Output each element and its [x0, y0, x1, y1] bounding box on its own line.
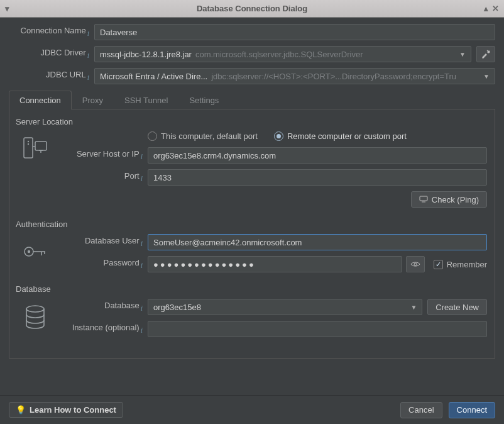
- jdbc-driver-label: JDBC Driveri: [9, 48, 94, 60]
- jdbc-driver-combo[interactable]: mssql-jdbc-12.8.1.jre8.jar com.microsoft…: [94, 46, 471, 62]
- configure-driver-button[interactable]: [476, 46, 495, 62]
- svg-point-15: [26, 306, 44, 312]
- jdbc-url-template: jdbc:sqlserver://<HOST>:<PORT>...Directo…: [211, 72, 483, 81]
- connect-button[interactable]: Connect: [449, 402, 495, 418]
- check-ping-button[interactable]: Check (Ping): [411, 191, 487, 208]
- database-user-input[interactable]: SomeUser@acmeinc42.onmicrosoft.com: [148, 234, 487, 250]
- server-icon: [17, 131, 53, 213]
- jdbc-url-value: Microsoft Entra / Active Dire...: [100, 72, 207, 81]
- app-menu-icon[interactable]: ▾: [5, 4, 9, 13]
- chevron-down-icon: ▼: [459, 51, 466, 58]
- password-label: Passwordi: [53, 258, 148, 271]
- instance-input[interactable]: [148, 321, 487, 337]
- connection-name-value: Dataverse: [100, 28, 137, 37]
- chevron-down-icon: ▼: [483, 73, 490, 80]
- jdbc-url-combo[interactable]: Microsoft Entra / Active Dire... jdbc:sq…: [94, 68, 495, 84]
- svg-point-14: [414, 263, 417, 265]
- radio-remote-computer[interactable]: [274, 131, 283, 141]
- database-section-title: Database: [16, 284, 487, 294]
- tab-bar: Connection Proxy SSH Tunnel Settings: [9, 90, 495, 109]
- database-icon: [17, 299, 53, 343]
- cancel-button[interactable]: Cancel: [400, 402, 442, 418]
- eye-icon: [410, 260, 420, 268]
- info-icon[interactable]: i: [141, 174, 143, 183]
- database-user-value: SomeUser@acmeinc42.onmicrosoft.com: [153, 238, 302, 247]
- password-input[interactable]: ●●●●●●●●●●●●●●●: [148, 256, 402, 272]
- svg-point-1: [28, 141, 29, 142]
- close-icon[interactable]: ✕: [492, 4, 499, 13]
- server-host-input[interactable]: org63ec15e8.crm4.dynamics.com: [148, 147, 487, 164]
- port-input[interactable]: 1433: [148, 169, 487, 186]
- key-icon: [17, 234, 53, 278]
- info-icon[interactable]: i: [141, 261, 143, 270]
- window-title: Database Connection Dialog: [197, 4, 307, 13]
- connection-name-input[interactable]: Dataverse: [94, 24, 495, 40]
- database-value: org63ec15e8: [153, 303, 201, 312]
- create-new-label: Create New: [436, 303, 479, 312]
- tab-proxy[interactable]: Proxy: [72, 91, 114, 109]
- ping-icon: [419, 196, 428, 203]
- tab-ssh-tunnel[interactable]: SSH Tunnel: [114, 91, 178, 109]
- window-titlebar: ▾ Database Connection Dialog ▴ ✕: [0, 0, 504, 18]
- svg-rect-3: [35, 142, 47, 150]
- check-ping-label: Check (Ping): [432, 195, 479, 204]
- instance-label: Instance (optional)i: [53, 323, 148, 335]
- authentication-section-title: Authentication: [16, 220, 487, 229]
- learn-label: Learn How to Connect: [30, 405, 116, 415]
- database-label: Databasei: [53, 301, 148, 313]
- info-icon[interactable]: i: [87, 29, 89, 38]
- dialog-footer: 💡 Learn How to Connect Cancel Connect: [0, 395, 504, 424]
- tab-connection[interactable]: Connection: [9, 91, 72, 109]
- server-location-section-title: Server Location: [16, 117, 487, 126]
- jdbc-driver-value: mssql-jdbc-12.8.1.jre8.jar: [100, 50, 192, 59]
- server-host-value: org63ec15e8.crm4.dynamics.com: [153, 151, 276, 160]
- remember-checkbox[interactable]: [434, 260, 443, 269]
- port-label: Porti: [53, 171, 148, 184]
- wrench-icon: [481, 49, 491, 59]
- info-icon[interactable]: i: [141, 304, 143, 313]
- tab-settings[interactable]: Settings: [178, 91, 229, 109]
- svg-rect-7: [420, 196, 427, 201]
- radio-this-computer[interactable]: [148, 131, 157, 141]
- connect-label: Connect: [457, 405, 487, 415]
- info-icon[interactable]: i: [141, 152, 143, 161]
- maximize-icon[interactable]: ▴: [484, 4, 488, 13]
- reveal-password-button[interactable]: [406, 256, 425, 272]
- titlebar-right-controls: ▴ ✕: [479, 0, 504, 17]
- titlebar-left-controls: ▾: [0, 0, 14, 17]
- info-icon[interactable]: i: [87, 73, 89, 82]
- lightbulb-icon: 💡: [16, 405, 26, 415]
- cancel-label: Cancel: [408, 405, 434, 415]
- server-host-label: Server Host or IPi: [53, 149, 148, 162]
- radio-remote-computer-label: Remote computer or custom port: [287, 131, 407, 141]
- database-combo[interactable]: org63ec15e8 ▼: [148, 299, 422, 315]
- info-icon[interactable]: i: [141, 239, 143, 248]
- database-user-label: Database Useri: [53, 236, 148, 248]
- port-value: 1433: [153, 173, 172, 182]
- learn-how-to-connect-button[interactable]: 💡 Learn How to Connect: [9, 402, 123, 418]
- info-icon[interactable]: i: [87, 51, 89, 60]
- connection-panel: Server Location This computer, default p…: [9, 109, 495, 359]
- info-icon[interactable]: i: [141, 326, 143, 335]
- remember-label: Remember: [447, 260, 487, 269]
- password-mask: ●●●●●●●●●●●●●●●: [153, 260, 256, 269]
- jdbc-url-label: JDBC URLi: [9, 70, 94, 82]
- svg-point-2: [28, 143, 29, 145]
- create-new-button[interactable]: Create New: [427, 299, 487, 315]
- radio-this-computer-label: This computer, default port: [161, 131, 258, 141]
- jdbc-driver-class: com.microsoft.sqlserver.jdbc.SQLServerDr…: [195, 50, 459, 59]
- svg-point-10: [28, 250, 30, 253]
- connection-name-label: Connection Namei: [9, 26, 94, 38]
- chevron-down-icon: ▼: [410, 304, 417, 311]
